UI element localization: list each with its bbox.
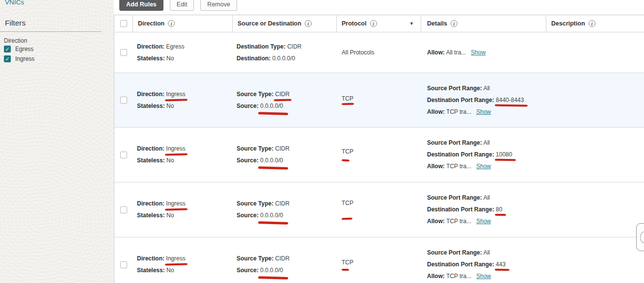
filter-option-egress[interactable]: ✓ Egress: [4, 46, 33, 52]
field-value: Egress: [166, 43, 184, 50]
table-row: Direction: IngressStateless: NoSource Ty…: [114, 237, 644, 283]
source-cell-line: Source: 0.0.0.0/0: [237, 267, 337, 274]
table-row: Direction: EgressStateless: NoDestinatio…: [114, 32, 644, 73]
edit-button[interactable]: Edit: [170, 0, 194, 11]
header-source-or-destination[interactable]: Source or Destination i: [233, 15, 337, 32]
direction-cell: Direction: IngressStateless: No: [133, 237, 233, 283]
protocol-value: TCP: [342, 148, 421, 155]
details-line: Source Port Range: All: [427, 85, 546, 92]
security-rules-page: VNICs Filters Direction ✓ Egress ✓ Ingre…: [0, 0, 644, 283]
rules-table-body: Direction: EgressStateless: NoDestinatio…: [114, 32, 644, 283]
field-label: Allow:: [427, 273, 445, 280]
row-checkbox[interactable]: [120, 261, 127, 268]
field-value: CIDR: [275, 255, 289, 262]
header-label: Protocol: [342, 20, 367, 27]
field-label: Source Type:: [237, 145, 273, 152]
main-content: Add Rules Edit Remove Direction i Source…: [114, 0, 644, 283]
toolbar: Add Rules Edit Remove: [119, 0, 237, 11]
add-rules-button[interactable]: Add Rules: [119, 0, 163, 11]
direction-cell-line: Stateless: No: [137, 55, 233, 62]
show-link[interactable]: Show: [476, 273, 491, 280]
row-checkbox-cell: [114, 182, 133, 237]
protocol-value: TCP: [342, 259, 421, 266]
field-label: Destination Port Range:: [427, 97, 494, 103]
field-value: 0.0.0.0/0: [260, 157, 283, 164]
show-link[interactable]: Show: [476, 108, 491, 115]
show-link[interactable]: Show: [476, 218, 491, 225]
source-cell: Source Type: CIDRSource: 0.0.0.0/0: [233, 128, 337, 182]
red-annotation: [342, 268, 349, 271]
header-direction[interactable]: Direction i: [133, 15, 233, 32]
info-icon[interactable]: i: [305, 20, 312, 27]
security-rules-table: Direction i Source or Destination i Prot…: [114, 15, 644, 283]
details-line: Allow: All tra...Show: [427, 49, 546, 56]
field-label: Source:: [237, 103, 259, 109]
direction-cell: Direction: IngressStateless: No: [133, 182, 233, 237]
header-label: Details: [427, 20, 447, 27]
direction-cell-line: Direction: Ingress: [137, 255, 233, 262]
sidebar-item-vnics[interactable]: VNICs: [5, 0, 24, 6]
field-value: Ingress: [166, 145, 185, 153]
info-icon[interactable]: i: [589, 20, 595, 27]
details-line: Allow: TCP tra...Show: [427, 218, 546, 225]
details-cell: Allow: All tra...Show: [421, 32, 546, 73]
red-annotation: [342, 218, 352, 220]
field-value: 443: [496, 261, 506, 268]
red-annotation: [342, 159, 349, 161]
details-cell: Source Port Range: AllDestination Port R…: [421, 182, 546, 237]
details-line: Destination Port Range: 80: [427, 206, 546, 213]
field-label: Source Port Range:: [427, 194, 482, 201]
field-label: Source Type:: [237, 200, 273, 207]
protocol-cell: TCP: [337, 128, 421, 182]
info-icon[interactable]: i: [168, 20, 175, 27]
right-edge-widget[interactable]: [636, 223, 644, 251]
row-checkbox[interactable]: [120, 206, 127, 213]
protocol-value: TCP: [342, 95, 421, 102]
row-checkbox[interactable]: [120, 97, 127, 103]
field-label: Direction:: [137, 145, 164, 152]
field-label: Destination:: [237, 55, 270, 62]
field-label: Source:: [237, 267, 259, 274]
info-icon[interactable]: i: [370, 20, 377, 27]
show-link[interactable]: Show: [471, 49, 485, 56]
direction-cell-line: Stateless: No: [137, 157, 233, 164]
field-label: Stateless:: [137, 103, 165, 109]
field-label: Direction:: [137, 91, 164, 98]
field-label: Destination Port Range:: [427, 261, 494, 268]
row-checkbox[interactable]: [120, 152, 127, 158]
details-line: Source Port Range: All: [427, 249, 546, 257]
field-value: 10080: [496, 151, 512, 158]
direction-cell-line: Direction: Egress: [137, 43, 233, 51]
row-checkbox[interactable]: [120, 49, 127, 56]
header-label: Source or Destination: [238, 20, 301, 27]
direction-cell-line: Direction: Ingress: [137, 145, 233, 153]
field-label: Stateless:: [137, 212, 165, 219]
field-label: Direction:: [137, 255, 164, 262]
direction-cell-line: Direction: Ingress: [137, 91, 233, 98]
row-checkbox-cell: [114, 128, 133, 182]
table-header-row: Direction i Source or Destination i Prot…: [114, 15, 644, 32]
field-value: No: [166, 55, 174, 62]
show-link[interactable]: Show: [476, 163, 491, 170]
field-label: Allow:: [427, 108, 445, 115]
details-line: Destination Port Range: 10080: [427, 151, 546, 158]
field-value: No: [166, 157, 174, 164]
header-description[interactable]: Description i: [546, 15, 644, 32]
row-checkbox-cell: [114, 32, 133, 73]
filter-option-ingress[interactable]: ✓ Ingress: [4, 55, 34, 62]
filters-title: Filters: [5, 19, 26, 27]
table-row: Direction: IngressStateless: NoSource Ty…: [114, 73, 644, 128]
field-value: 0.0.0.0/0: [260, 212, 283, 219]
info-icon[interactable]: i: [451, 20, 457, 27]
direction-cell-line: Stateless: No: [137, 267, 233, 274]
field-value: All: [483, 139, 490, 146]
select-all-cell: [114, 15, 133, 32]
remove-button[interactable]: Remove: [200, 0, 237, 11]
chevron-down-icon[interactable]: ▼: [409, 22, 414, 26]
header-details[interactable]: Details i: [421, 15, 546, 32]
select-all-checkbox[interactable]: [120, 20, 127, 27]
header-protocol[interactable]: Protocol i ▼: [337, 15, 421, 32]
protocol-cell: TCP: [337, 237, 421, 283]
field-value: CIDR: [275, 91, 289, 98]
protocol-value: All Protocols: [342, 49, 421, 56]
